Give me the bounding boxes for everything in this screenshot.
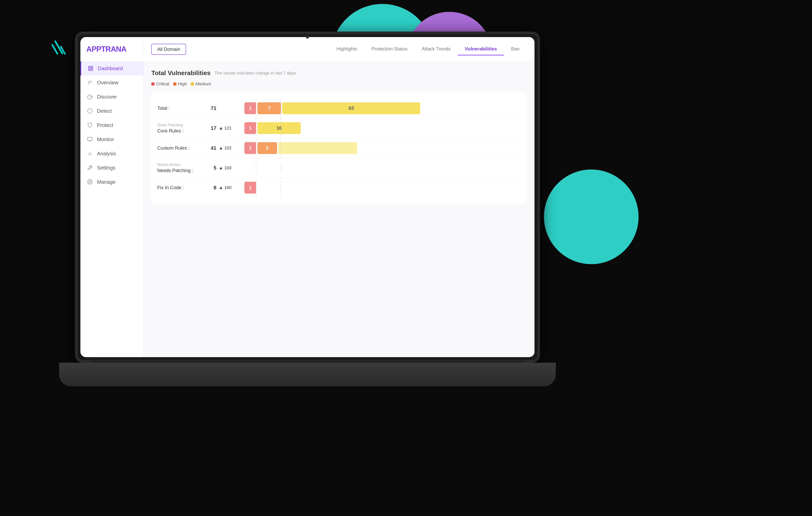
sidebar-label-manage: Manage [97, 179, 115, 185]
nav-tabs: Highlights Protection Status Attack Tren… [329, 43, 527, 55]
legend: Critical High Medium [151, 81, 527, 87]
legend-critical: Critical [151, 81, 169, 87]
svg-rect-2 [89, 69, 90, 70]
bar-critical-custom: 1 [244, 142, 256, 154]
table-row: Done Patching Core Rules : 17 ▲ 121 [151, 118, 527, 138]
bar-critical-total: 1 [244, 102, 256, 114]
sidebar-label-analysis: Analysis [97, 150, 116, 157]
dashed-div-6 [281, 138, 281, 158]
bar-area-fixcode: 1 [242, 182, 521, 194]
dashed-div-10 [281, 178, 281, 198]
svg-rect-0 [89, 66, 90, 68]
sidebar-item-overview[interactable]: Overview [80, 76, 143, 90]
shield-icon [86, 122, 93, 129]
dashed-div-2 [281, 98, 281, 118]
row-label-needspatch: Needs Patching : [157, 168, 201, 173]
wrench-icon [86, 164, 93, 171]
sidebar-label-dashboard: Dashboard [98, 65, 123, 71]
sidebar-item-manage[interactable]: Manage [80, 175, 143, 189]
bg-circle-teal2 [544, 170, 639, 264]
dashed-div-7 [256, 164, 256, 172]
camera-dot [306, 35, 309, 39]
monitor-icon [86, 136, 93, 143]
row-value-total: 71 [201, 105, 216, 111]
dashed-div-1 [256, 98, 256, 118]
domain-button[interactable]: All Domain [151, 44, 186, 55]
high-dot [173, 82, 176, 86]
sidebar: APPTRANA Dashboard [80, 37, 143, 357]
sidebar-item-detect[interactable]: Detect [80, 104, 143, 118]
bar-critical-core: 1 [244, 122, 256, 134]
laptop-screen: APPTRANA Dashboard [75, 32, 540, 363]
row-trend-custom: ▲ 102 [219, 145, 242, 150]
laptop-wrapper: APPTRANA Dashboard [75, 32, 548, 465]
svg-rect-1 [91, 66, 93, 68]
svg-point-17 [89, 181, 91, 183]
hand-icon [86, 93, 93, 100]
sidebar-item-settings[interactable]: Settings [80, 161, 143, 175]
cog-icon [86, 178, 93, 185]
sidebar-label-overview: Overview [97, 80, 118, 86]
trend-value-fixcode: 160 [224, 185, 232, 190]
row-label-custom: Custom Rules : [157, 145, 201, 151]
bar-high-total: 7 [257, 102, 281, 114]
row-sublabel-core: Done Patching [157, 123, 201, 127]
trend-value-core: 121 [224, 125, 232, 131]
menu-icon [86, 79, 93, 86]
sidebar-item-analysis[interactable]: Analysis [80, 146, 143, 161]
laptop-base: MacBook Pro [59, 363, 556, 386]
tab-vulnerabilities[interactable]: Vulnerabilities [458, 43, 504, 55]
detect-icon [86, 108, 93, 115]
arrow-up-core: ▲ [219, 125, 223, 131]
row-label-group-core: Done Patching Core Rules : [157, 123, 201, 134]
sidebar-label-monitor: Monitor [97, 136, 114, 143]
table-row: Fix In Code : 8 ▲ 160 1 [151, 178, 527, 198]
sidebar-label-discover: Discover [97, 94, 117, 100]
table-row: Custom Rules : 41 ▲ 102 1 [151, 138, 527, 158]
svg-rect-3 [91, 69, 93, 70]
row-value-custom: 41 [201, 145, 216, 151]
row-value-needspatch: 5 [201, 165, 216, 171]
row-trend-needspatch: ▲ 100 [219, 165, 242, 171]
dashed-div-5 [256, 138, 256, 158]
row-label-group-needspatch: Needs Action Needs Patching : [157, 163, 201, 173]
tab-attack-trends[interactable]: Attack Trends [414, 43, 458, 55]
high-label: High [178, 81, 187, 87]
vulnerabilities-chart: Total : 71 1 7 [151, 92, 527, 203]
tab-ban[interactable]: Ban [504, 43, 527, 55]
trend-value-custom: 102 [224, 145, 232, 150]
sidebar-item-monitor[interactable]: Monitor [80, 132, 143, 146]
svg-rect-13 [88, 137, 92, 141]
legend-high: High [173, 81, 187, 87]
row-trend-core: ▲ 121 [219, 125, 242, 131]
table-row: Needs Action Needs Patching : 5 ▲ 100 [151, 158, 527, 178]
arrow-up-custom: ▲ [219, 145, 223, 150]
row-value-core: 17 [201, 125, 216, 131]
screen-inner: APPTRANA Dashboard [80, 37, 534, 357]
legend-medium: Medium [191, 81, 211, 87]
sidebar-item-dashboard[interactable]: Dashboard [80, 61, 143, 76]
sidebar-item-discover[interactable]: Discover [80, 90, 143, 104]
table-row: Total : 71 1 7 [151, 98, 527, 118]
medium-label: Medium [196, 81, 211, 87]
tab-highlights[interactable]: Highlights [329, 43, 364, 55]
sidebar-label-settings: Settings [97, 165, 115, 171]
row-label-group-fixcode: Fix In Code : [157, 185, 201, 191]
medium-dot [191, 82, 194, 86]
chart-icon [86, 150, 93, 157]
section-header: Total Vulnerabilities The values indicat… [151, 69, 527, 77]
tab-protection-status[interactable]: Protection Status [365, 43, 415, 55]
critical-label: Critical [156, 81, 169, 87]
critical-dot [151, 82, 154, 86]
sidebar-item-protect[interactable]: Protect [80, 118, 143, 132]
content-area: Total Vulnerabilities The values indicat… [143, 61, 534, 357]
dashed-div-4 [281, 118, 281, 138]
section-title: Total Vulnerabilities [151, 69, 211, 77]
bar-critical-fixcode: 1 [244, 182, 256, 194]
app-logo: APPTRANA [80, 45, 143, 61]
arrow-up-fixcode: ▲ [219, 185, 223, 190]
bar-medium-total: 63 [282, 102, 420, 114]
row-label-group-total: Total : [157, 106, 201, 111]
dashed-div-8 [281, 164, 281, 172]
top-bar: All Domain Highlights Protection Status … [143, 37, 534, 61]
